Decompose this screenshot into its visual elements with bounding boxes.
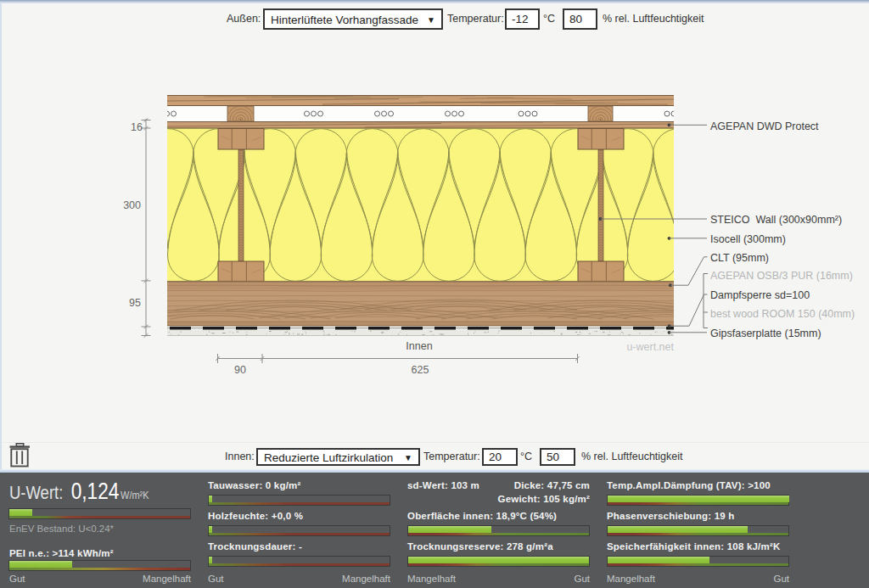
- svg-text:AGEPAN DWD Protect: AGEPAN DWD Protect: [710, 120, 819, 132]
- svg-text:AGEPAN OSB/3 PUR (16mm): AGEPAN OSB/3 PUR (16mm): [710, 270, 853, 282]
- svg-text:best wood ROOM 150 (40mm): best wood ROOM 150 (40mm): [710, 308, 855, 320]
- svg-text:STEICO Wall (300x90mm²): STEICO Wall (300x90mm²): [710, 214, 842, 226]
- svg-text:Innen: Innen: [406, 340, 432, 352]
- svg-text:16: 16: [131, 121, 143, 133]
- svg-text:625: 625: [412, 364, 429, 376]
- svg-text:95: 95: [129, 297, 141, 309]
- svg-text:90: 90: [234, 364, 246, 376]
- svg-text:Isocell (300mm): Isocell (300mm): [710, 233, 786, 245]
- svg-text:CLT (95mm): CLT (95mm): [710, 252, 769, 264]
- svg-text:u-wert.net: u-wert.net: [626, 341, 674, 353]
- svg-text:Gipsfaserplatte (15mm): Gipsfaserplatte (15mm): [710, 328, 821, 339]
- svg-text:Dampfsperre sd=100: Dampfsperre sd=100: [710, 289, 810, 301]
- svg-text:300: 300: [123, 199, 141, 211]
